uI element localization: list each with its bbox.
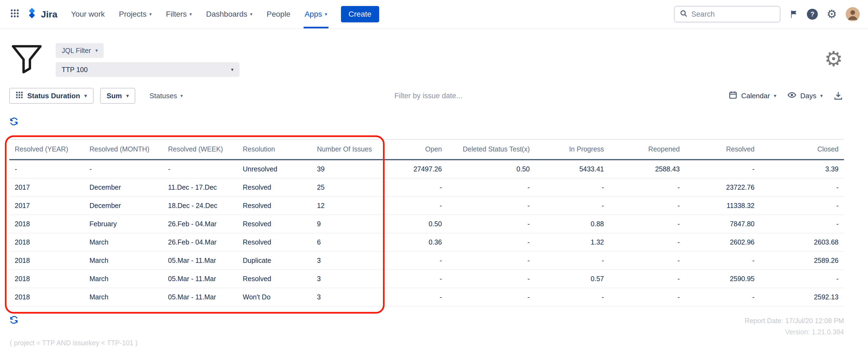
- refresh-row-top: [9, 117, 868, 128]
- table-cell: 3: [312, 270, 390, 288]
- table-cell: Resolved: [237, 178, 312, 196]
- table-row: 2018March05.Mar - 11.MarWon't Do3-----25…: [9, 288, 844, 306]
- nav-item-label: People: [267, 10, 290, 19]
- nav-item-people[interactable]: People: [260, 0, 298, 28]
- help-icon[interactable]: ?: [807, 9, 818, 20]
- chevron-down-icon: ▾: [189, 12, 192, 17]
- table-cell: 3: [312, 251, 390, 270]
- days-dropdown[interactable]: Days ▾: [787, 90, 823, 101]
- table-cell: 0.50: [447, 160, 535, 178]
- chevron-down-icon: ▾: [126, 93, 129, 98]
- table-cell: -: [535, 196, 610, 215]
- table-cell: 26.Feb - 04.Mar: [162, 215, 237, 233]
- table-row: 2017December18.Dec - 24.DecResolved12---…: [9, 196, 844, 215]
- table-cell: Duplicate: [237, 251, 312, 270]
- table-cell: -: [9, 160, 84, 178]
- jql-filter-button[interactable]: JQL Filter ▾: [56, 43, 104, 58]
- table-cell: 18.Dec - 24.Dec: [162, 196, 237, 215]
- nav-item-your-work[interactable]: Your work: [64, 0, 112, 28]
- table-cell: 5433.41: [535, 160, 610, 178]
- chevron-down-icon: ▾: [180, 93, 183, 98]
- table-cell: February: [84, 215, 162, 233]
- create-button[interactable]: Create: [341, 6, 379, 22]
- export-icon[interactable]: [834, 91, 843, 100]
- table-cell: 23722.76: [685, 178, 760, 196]
- column-header: Resolved: [685, 140, 760, 160]
- column-header: Open: [390, 140, 447, 160]
- table-header-row: Resolved (YEAR)Resolved (MONTH)Resolved …: [9, 140, 844, 160]
- table-row: ---Unresolved3927497.260.505433.412588.4…: [9, 160, 844, 178]
- nav-item-apps[interactable]: Apps▾: [298, 0, 335, 28]
- report-toolbar: Status Duration ▾ Sum ▾ Statuses ▾ Calen…: [0, 86, 868, 104]
- flag-icon[interactable]: [789, 10, 798, 19]
- page: Jira Your workProjects▾Filters▾Dashboard…: [0, 0, 868, 363]
- table-cell: -: [610, 196, 685, 215]
- table-cell: 0.88: [535, 215, 610, 233]
- table-cell: Resolved: [237, 196, 312, 215]
- footer: Report Date: 17/Jul/20 12:08 PM Version:…: [9, 315, 844, 338]
- table-cell: 11.Dec - 17.Dec: [162, 178, 237, 196]
- column-header: Number Of Issues: [312, 140, 390, 160]
- table-cell: -: [447, 288, 535, 306]
- table-cell: 9: [312, 215, 390, 233]
- issue-date-filter-input[interactable]: [395, 92, 517, 100]
- app-switcher-button[interactable]: [6, 5, 23, 24]
- column-header: Reopened: [610, 140, 685, 160]
- search-box[interactable]: [674, 6, 781, 23]
- filter-select[interactable]: TTP 100 ▾: [56, 62, 240, 77]
- column-header: Resolved (MONTH): [84, 140, 162, 160]
- table-cell: -: [447, 270, 535, 288]
- table-cell: -: [610, 270, 685, 288]
- chevron-down-icon: ▾: [149, 12, 152, 17]
- table-cell: 27497.26: [390, 160, 447, 178]
- nav-item-label: Projects: [119, 10, 147, 19]
- table-cell: -: [760, 196, 844, 215]
- refresh-button[interactable]: [9, 117, 19, 128]
- chevron-down-icon: ▾: [231, 67, 234, 72]
- column-header: Resolution: [237, 140, 312, 160]
- table-cell: -: [535, 251, 610, 270]
- table-row: 2017December11.Dec - 17.DecResolved25---…: [9, 178, 844, 196]
- refresh-button-bottom[interactable]: [9, 315, 19, 326]
- table-cell: 2018: [9, 251, 84, 270]
- table-cell: -: [685, 251, 760, 270]
- column-header: Deleted Status Test(x): [447, 140, 535, 160]
- report-type-button[interactable]: Status Duration ▾: [9, 88, 94, 104]
- table-cell: 12: [312, 196, 390, 215]
- table-cell: 1.32: [535, 233, 610, 251]
- table-cell: -: [390, 270, 447, 288]
- statuses-dropdown[interactable]: Statuses ▾: [150, 92, 183, 100]
- jira-logo[interactable]: Jira: [26, 7, 58, 21]
- settings-gear-icon[interactable]: ⚙: [827, 8, 837, 20]
- table-cell: 3.39: [760, 160, 844, 178]
- table-cell: 2590.95: [685, 270, 760, 288]
- table-cell: -: [610, 178, 685, 196]
- nav-item-label: Dashboards: [206, 10, 247, 19]
- table-cell: -: [535, 178, 610, 196]
- table-cell: -: [162, 160, 237, 178]
- table-cell: December: [84, 178, 162, 196]
- table-cell: 2592.13: [760, 288, 844, 306]
- table-cell: 2017: [9, 178, 84, 196]
- table-cell: -: [84, 160, 162, 178]
- nav-item-dashboards[interactable]: Dashboards▾: [199, 0, 259, 28]
- table-cell: 2017: [9, 196, 84, 215]
- table-row: 2018February26.Feb - 04.MarResolved90.50…: [9, 215, 844, 233]
- nav-item-projects[interactable]: Projects▾: [112, 0, 159, 28]
- jira-logo-text: Jira: [41, 9, 58, 20]
- column-header: Resolved (YEAR): [9, 140, 84, 160]
- calendar-dropdown[interactable]: Calendar ▾: [728, 91, 776, 101]
- search-input[interactable]: [691, 10, 775, 19]
- table-cell: 2588.43: [610, 160, 685, 178]
- nav-item-filters[interactable]: Filters▾: [159, 0, 199, 28]
- table-cell: -: [447, 178, 535, 196]
- table-cell: 2018: [9, 270, 84, 288]
- avatar[interactable]: [846, 7, 860, 21]
- report-settings-gear-icon[interactable]: ⚙: [824, 49, 843, 69]
- aggregation-button[interactable]: Sum ▾: [100, 88, 135, 104]
- refresh-icon: [9, 117, 19, 128]
- nav-item-label: Your work: [71, 10, 105, 19]
- table-cell: -: [760, 178, 844, 196]
- table-cell: -: [535, 288, 610, 306]
- table-cell: 6: [312, 233, 390, 251]
